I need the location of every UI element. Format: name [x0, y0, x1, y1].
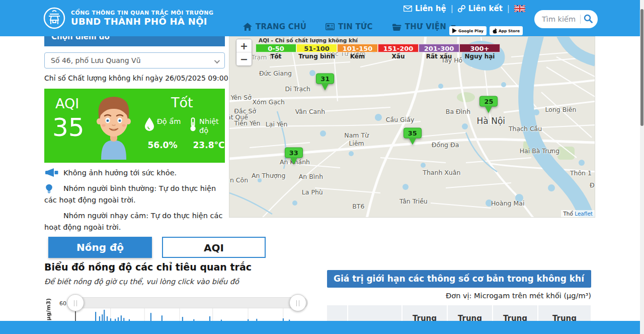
map-place-label: Đ [590, 181, 595, 189]
chart-bar[interactable] [162, 315, 163, 321]
chart-bar[interactable] [209, 316, 210, 321]
site-header: CỔNG THÔNG TIN QUAN TRẮC MÔI TRƯỜNG UBND… [0, 0, 640, 36]
temperature-label: Nhiệt độ [199, 117, 228, 135]
nav-library-label: THƯ VIỆN [405, 22, 446, 31]
link-icon [458, 5, 465, 13]
zoom-out-button[interactable]: − [236, 52, 252, 65]
app-store-badge[interactable]: App Store [490, 26, 523, 35]
search-icon [584, 14, 593, 23]
chart-range-slider-track[interactable] [75, 297, 308, 308]
temperature-stat: Nhiệt độ 23.8°C [189, 117, 228, 150]
nav-library[interactable]: THƯ VIỆN [392, 22, 456, 31]
legend-entry: 51-100Trung bình [296, 44, 337, 60]
contact-link[interactable]: Liên hệ [404, 4, 446, 13]
limits-section-title: Giá trị giới hạn các thông số cơ bản tro… [327, 270, 591, 288]
page-footer [0, 321, 640, 334]
chart-bar[interactable] [104, 310, 105, 321]
map-place-label: Đống Đa [432, 141, 459, 148]
news-icon [326, 23, 335, 30]
map-place-label: Tiền Yên [234, 119, 261, 127]
aqi-station-marker[interactable]: 25 [479, 96, 498, 107]
marker-value: 33 [285, 147, 303, 158]
map-place-label: La Phù [302, 188, 323, 196]
map-place-label: Lại Yên [266, 120, 288, 127]
google-play-label: Google Play [458, 29, 484, 33]
zoom-in-button[interactable]: + [236, 39, 252, 52]
marker-tail-icon [321, 84, 329, 91]
aqi-station-marker[interactable]: 35 [404, 127, 422, 138]
map-attribution: Thổ Leaflet [561, 210, 595, 217]
nav-home[interactable]: TRANG CHỦ [243, 22, 306, 31]
chart-y-axis-label: (µg/m3) [45, 298, 52, 323]
tab-concentration[interactable]: Nồng độ [48, 237, 152, 258]
leaflet-link[interactable]: Leaflet [575, 211, 593, 217]
map-place-label: Di Trạch [285, 85, 310, 93]
legend-entry: 101-150Kém [337, 44, 378, 60]
droplet-icon [144, 117, 154, 131]
aqi-map[interactable]: Trạm TrôiBắc Từ LiêmĐức GiangDi TrạchYên… [229, 36, 595, 218]
map-place-label: Yên Sở [231, 94, 252, 101]
grip-icon [296, 300, 299, 306]
station-panel-title: Chọn điểm đo [51, 36, 110, 41]
aqi-card-stats: Độ ẩm 56.0% Nhiệt độ 23.8°C [143, 117, 228, 150]
health-advisories: Không ảnh hưởng tới sức khỏe. Nhóm người… [44, 167, 226, 237]
chart-bar[interactable] [118, 317, 119, 321]
map-place-label: Đức Giang [259, 69, 292, 77]
concentration-chart[interactable] [75, 308, 321, 321]
legend-range: 101-150 [337, 44, 378, 52]
legend-label: Nguy hại [459, 53, 500, 60]
station-select[interactable]: Số 46, phố Lưu Quang Vũ [44, 52, 225, 69]
slider-handle-right[interactable] [289, 294, 306, 311]
map-place-label: Hà Nội [477, 116, 505, 126]
chart-y-tick: 60 [59, 300, 66, 307]
chart-bar[interactable] [99, 316, 100, 321]
nav-news[interactable]: TIN TỨC [326, 22, 373, 31]
legend-label: Tốt [256, 53, 296, 60]
slider-handle-left[interactable] [67, 294, 84, 311]
marker-tail-icon [290, 158, 297, 164]
site-logo[interactable]: CỔNG THÔNG TIN QUAN TRẮC MÔI TRƯỜNG UBND… [43, 7, 213, 30]
chart-bar[interactable] [95, 312, 96, 321]
legend-range: 151-200 [378, 44, 419, 52]
tab-aqi[interactable]: AQI [162, 237, 266, 258]
legend-entry: 201-300Rất xấu [419, 44, 459, 60]
search-button[interactable] [582, 13, 595, 26]
scrollbar-track[interactable] [640, 0, 644, 334]
language-flag[interactable] [514, 5, 525, 12]
aqi-station-marker[interactable]: 33 [285, 147, 303, 158]
humidity-stat: Độ ẩm 56.0% [143, 117, 182, 150]
chart-bar[interactable] [102, 314, 103, 321]
chart-bar[interactable] [121, 315, 122, 321]
chart-bar[interactable] [107, 316, 108, 321]
advisory-sensitive-group: Nhóm người nhạy cảm: Tự do thực hiện các… [44, 210, 226, 233]
legend-range: 201-300 [419, 44, 459, 52]
advisory-normal-group: Nhóm người bình thường: Tự do thực hiện … [44, 183, 226, 206]
aqi-station-marker[interactable]: 31 [316, 74, 334, 84]
map-place-label: Hoàng Mai [491, 199, 524, 207]
bulb-icon [45, 184, 53, 197]
app-store-label: App Store [499, 29, 520, 33]
station-panel-header: Chọn điểm đo [44, 36, 225, 46]
map-place-label: Hai Bà Trưng [520, 147, 559, 154]
google-play-badge[interactable]: Google Play [449, 26, 487, 35]
chart-bar[interactable] [150, 313, 151, 321]
links-label: Liên kết [468, 4, 503, 13]
map-place-label: àn Côn [229, 176, 248, 184]
separator [507, 4, 510, 13]
top-links: Liên hệ Liên kết [404, 4, 525, 13]
aqi-value: 35 [52, 113, 85, 142]
page: CỔNG THÔNG TIN QUAN TRẮC MÔI TRƯỜNG UBND… [0, 0, 644, 334]
contact-label: Liên hệ [415, 4, 446, 13]
map-place-label: Thôn 1 [570, 169, 592, 176]
org-title: UBND THÀNH PHỐ HÀ NỘI [71, 16, 213, 27]
map-place-label: Thạch Cầu [509, 124, 542, 132]
legend-label: Trung bình [296, 53, 337, 60]
scrollbar-thumb[interactable] [640, 9, 643, 126]
links-link[interactable]: Liên kết [458, 4, 503, 13]
chevron-down-icon [214, 58, 220, 63]
map-place-label: Nam Từ [344, 131, 369, 139]
legend-range: 300+ [459, 44, 500, 52]
aqi-legend-title: AQI - Chỉ số chất lượng không khí [259, 37, 500, 43]
chart-bar[interactable] [182, 317, 183, 321]
apple-icon [493, 28, 497, 34]
